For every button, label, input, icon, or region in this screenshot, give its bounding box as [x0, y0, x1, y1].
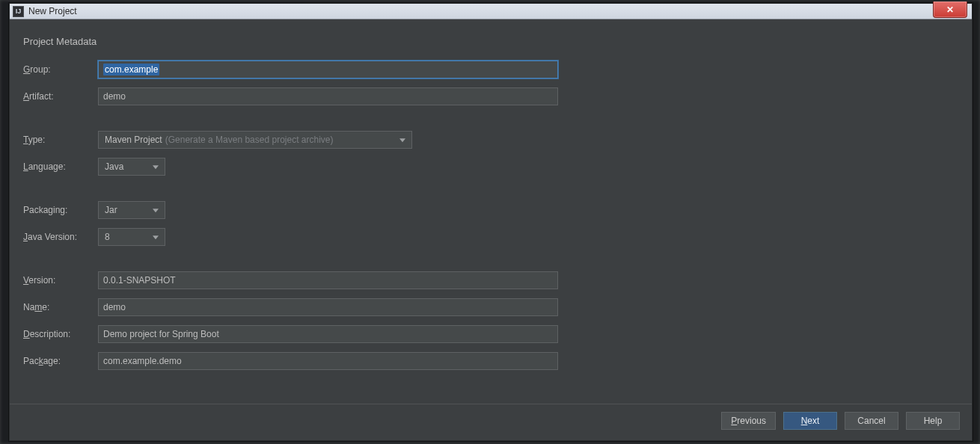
type-combo-hint: (Generate a Maven based project archive) [165, 135, 334, 145]
window-title: New Project [28, 6, 77, 16]
next-button[interactable]: Next [783, 412, 837, 430]
dialog-body: Project Metadata Group: com.example Arti… [10, 19, 972, 404]
label-artifact: Artifact: [23, 91, 92, 102]
titlebar[interactable]: IJ New Project ✕ [10, 4, 972, 19]
label-description: Description: [23, 329, 92, 339]
language-combo-value: Java [105, 161, 123, 172]
label-name: Name: [23, 302, 92, 312]
label-packaging: Packaging: [23, 205, 92, 215]
type-combo-value: Maven Project [105, 135, 162, 145]
name-input[interactable]: demo [98, 298, 558, 316]
artifact-input[interactable]: demo [98, 87, 558, 105]
type-combo[interactable]: Maven Project (Generate a Maven based pr… [98, 131, 412, 149]
packaging-combo-value: Jar [105, 205, 117, 215]
label-package: Package: [23, 356, 92, 366]
version-input[interactable]: 0.0.1-SNAPSHOT [98, 271, 558, 289]
language-combo[interactable]: Java [98, 158, 165, 176]
label-type: Type: [23, 135, 92, 145]
dialog-footer: Previous Next Cancel Help [10, 404, 972, 440]
label-language: Language: [23, 161, 92, 172]
packaging-combo[interactable]: Jar [98, 201, 165, 219]
group-input[interactable]: com.example [98, 61, 558, 78]
cancel-button[interactable]: Cancel [845, 412, 898, 430]
help-button[interactable]: Help [906, 412, 960, 430]
chevron-down-icon [153, 235, 159, 239]
java-version-combo-value: 8 [105, 232, 110, 242]
app-icon: IJ [13, 6, 24, 17]
label-version: Version: [23, 275, 92, 286]
section-title: Project Metadata [23, 36, 958, 47]
chevron-down-icon [153, 209, 159, 212]
new-project-dialog: IJ New Project ✕ Project Metadata Group:… [9, 3, 973, 441]
label-group: Group: [23, 64, 92, 75]
java-version-combo[interactable]: 8 [98, 228, 165, 246]
chevron-down-icon [399, 138, 405, 142]
metadata-form: Group: com.example Artifact: demo Type: … [23, 61, 592, 370]
close-icon: ✕ [946, 4, 954, 15]
label-java-version: Java Version: [23, 232, 92, 242]
package-input[interactable]: com.example.demo [98, 352, 558, 370]
chevron-down-icon [153, 165, 159, 169]
close-button[interactable]: ✕ [933, 1, 967, 18]
previous-button[interactable]: Previous [721, 412, 776, 430]
group-input-selection: com.example [103, 64, 159, 75]
description-input[interactable]: Demo project for Spring Boot [98, 325, 558, 343]
